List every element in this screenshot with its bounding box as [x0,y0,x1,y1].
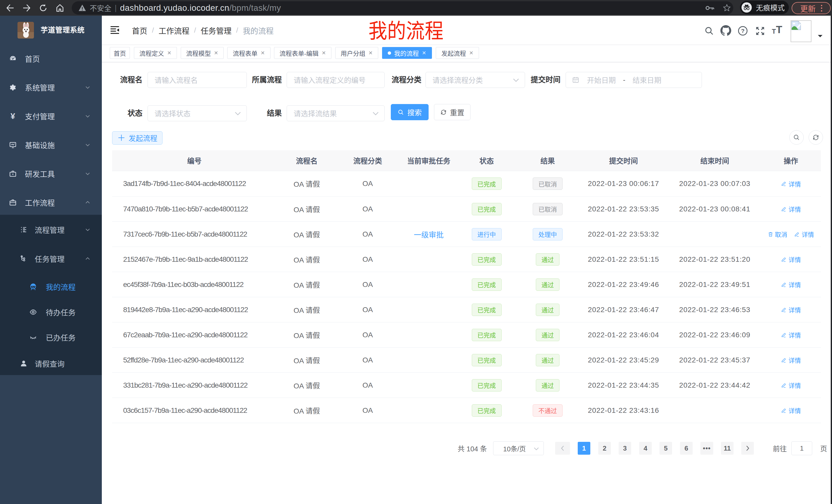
svg-text:?: ? [741,28,745,34]
